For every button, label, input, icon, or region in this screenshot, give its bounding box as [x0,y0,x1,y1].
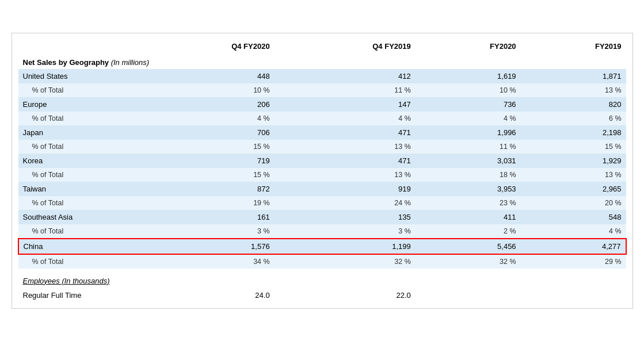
financial-table: Q4 FY2020 Q4 FY2019 FY2020 FY2019 Net Sa… [18,39,627,302]
col-q4fy2020: Q4 FY2020 [134,39,275,53]
col-fy2020: FY2020 [416,39,521,53]
pct-row: % of Total4 %4 %4 %6 % [18,112,626,125]
table-row: Europe206147736820 [18,97,626,112]
pct-row: % of Total3 %3 %2 %4 % [18,224,626,239]
report-container: Q4 FY2020 Q4 FY2019 FY2020 FY2019 Net Sa… [12,33,633,309]
table-row: Korea7194713,0311,929 [18,154,626,168]
employees-row: Regular Full Time24.022.0 [18,288,626,302]
pct-row: % of Total34 %32 %32 %29 % [18,254,626,269]
pct-row: % of Total15 %13 %18 %13 % [18,168,626,182]
table-row: China1,5761,1995,4564,277 [18,239,626,254]
employees-header-row: Employees (In thousands) [18,273,626,288]
section-header-row: Net Sales by Geography (In millions) [18,53,626,69]
column-header-row: Q4 FY2020 Q4 FY2019 FY2020 FY2019 [18,39,626,53]
pct-row: % of Total10 %11 %10 %13 % [18,83,626,97]
spacer-row [18,269,626,273]
table-row: Southeast Asia161135411548 [18,210,626,224]
table-row: United States4484121,6191,871 [18,69,626,83]
col-q4fy2019: Q4 FY2019 [275,39,416,53]
table-row: Japan7064711,9962,198 [18,125,626,140]
col-label [18,39,134,53]
table-row: Taiwan8729193,9532,965 [18,182,626,196]
col-fy2019: FY2019 [521,39,626,53]
pct-row: % of Total15 %13 %11 %15 % [18,140,626,154]
pct-row: % of Total19 %24 %23 %20 % [18,196,626,210]
